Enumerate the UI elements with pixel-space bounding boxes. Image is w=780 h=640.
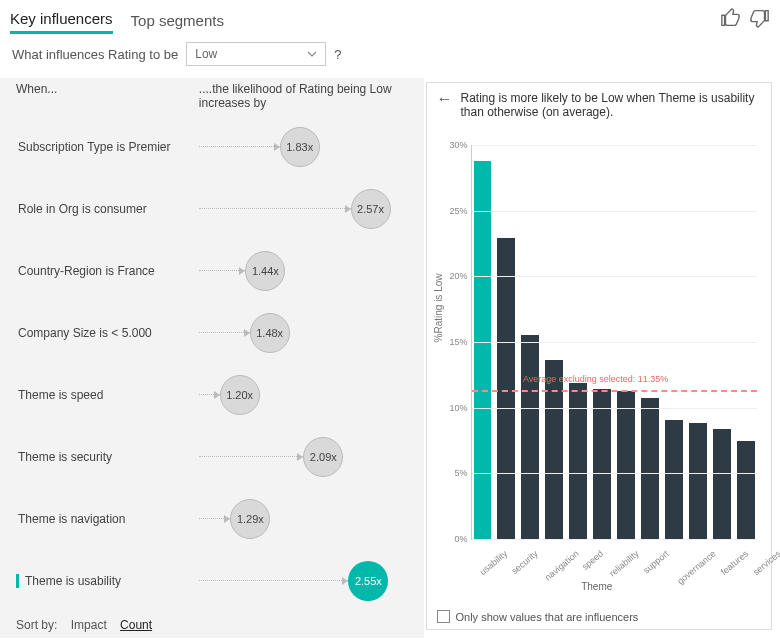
influencer-row[interactable]: Country-Region is France1.44x <box>16 240 414 302</box>
chevron-down-icon <box>307 49 317 59</box>
thumbs-down-icon[interactable] <box>748 7 770 33</box>
y-tick: 0% <box>454 534 471 544</box>
y-tick: 30% <box>449 140 471 150</box>
chart-bar[interactable] <box>713 429 731 539</box>
y-tick: 25% <box>449 206 471 216</box>
influencer-label: Theme is security <box>16 450 199 464</box>
influencer-label: Role in Org is consumer <box>16 202 199 216</box>
y-tick: 10% <box>449 403 471 413</box>
influencer-row[interactable]: Role in Org is consumer2.57x <box>16 178 414 240</box>
influencer-row[interactable]: Theme is security2.09x <box>16 426 414 488</box>
influencer-row[interactable]: Subscription Type is Premier1.83x <box>16 116 414 178</box>
influencer-label: Theme is navigation <box>16 512 199 526</box>
column-header-when: When... <box>16 82 199 110</box>
influencer-row[interactable]: Theme is speed1.20x <box>16 364 414 426</box>
chart-bar[interactable] <box>665 420 683 540</box>
chart-bar[interactable] <box>641 398 659 539</box>
chart-bar[interactable] <box>569 383 587 539</box>
y-tick: 5% <box>454 468 471 478</box>
influencer-label: Country-Region is France <box>16 264 199 278</box>
only-influencers-label: Only show values that are influencers <box>456 611 639 623</box>
sort-count[interactable]: Count <box>120 618 152 632</box>
reference-line-label: Average excluding selected: 11.35% <box>523 374 668 384</box>
chart-bar[interactable] <box>521 335 539 539</box>
influencer-bubble[interactable]: 2.55x <box>348 561 388 601</box>
rating-dropdown[interactable]: Low <box>186 42 326 66</box>
chart-bar[interactable] <box>617 391 635 539</box>
chart-bar[interactable] <box>545 360 563 539</box>
chart-bar[interactable] <box>593 389 611 539</box>
influencer-bubble[interactable]: 2.57x <box>351 189 391 229</box>
y-tick: 20% <box>449 271 471 281</box>
influencers-panel: When... ....the likelihood of Rating bei… <box>0 78 424 638</box>
influencer-bubble[interactable]: 1.83x <box>280 127 320 167</box>
column-header-likelihood: ....the likelihood of Rating being Low i… <box>199 82 414 110</box>
chart-bar[interactable] <box>474 161 492 539</box>
rating-dropdown-value: Low <box>195 47 217 61</box>
y-axis-label: %Rating is Low <box>433 273 444 342</box>
influencer-row[interactable]: Theme is usability2.55x <box>16 550 414 612</box>
chart-bar[interactable] <box>689 423 707 539</box>
detail-panel: ← Rating is more likely to be Low when T… <box>426 82 773 630</box>
sort-by-label: Sort by: <box>16 618 57 632</box>
influencer-label: Theme is speed <box>16 388 199 402</box>
influencer-bubble[interactable]: 1.44x <box>245 251 285 291</box>
influencer-bubble[interactable]: 2.09x <box>303 437 343 477</box>
chart-bar[interactable] <box>737 441 755 540</box>
tab-key-influencers[interactable]: Key influencers <box>10 6 113 34</box>
question-prefix: What influences Rating to be <box>12 47 178 62</box>
influencer-label: Subscription Type is Premier <box>16 140 199 154</box>
y-tick: 15% <box>449 337 471 347</box>
influencer-bubble[interactable]: 1.20x <box>220 375 260 415</box>
x-tick: services <box>751 548 780 600</box>
x-axis-label: Theme <box>437 581 758 592</box>
sort-impact[interactable]: Impact <box>71 618 107 632</box>
question-suffix: ? <box>334 47 341 62</box>
influencer-row[interactable]: Theme is navigation1.29x <box>16 488 414 550</box>
influencer-bubble[interactable]: 1.48x <box>250 313 290 353</box>
influencer-bubble[interactable]: 1.29x <box>230 499 270 539</box>
only-influencers-checkbox[interactable] <box>437 610 450 623</box>
chart-bar[interactable] <box>497 238 515 539</box>
influencer-row[interactable]: Company Size is < 5.0001.48x <box>16 302 414 364</box>
back-arrow-icon[interactable]: ← <box>437 91 453 107</box>
tab-top-segments[interactable]: Top segments <box>131 8 224 33</box>
influencer-label: Company Size is < 5.000 <box>16 326 199 340</box>
detail-header-text: Rating is more likely to be Low when The… <box>461 91 762 119</box>
thumbs-up-icon[interactable] <box>720 7 742 33</box>
influencer-label: Theme is usability <box>16 574 199 588</box>
bar-chart: 0%5%10%15%20%25%30%Average excluding sel… <box>471 145 758 540</box>
